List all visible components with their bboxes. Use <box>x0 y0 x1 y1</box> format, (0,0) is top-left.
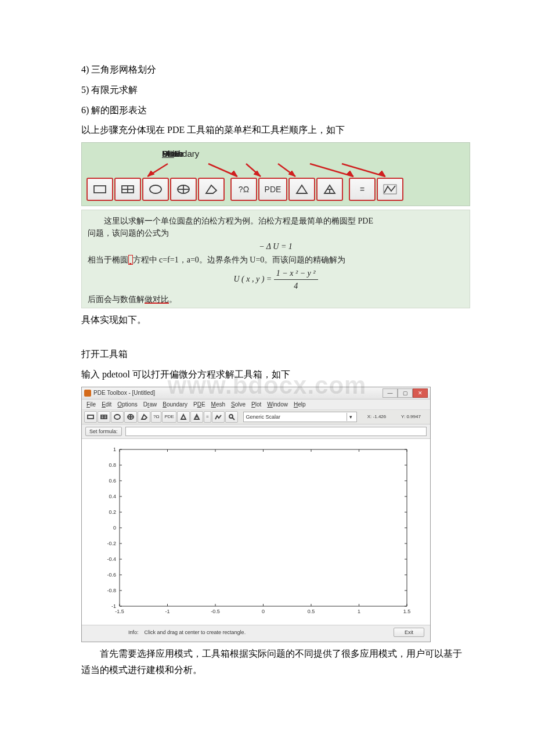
tb-plot-icon[interactable] <box>212 411 225 423</box>
tb-ellipse-icon[interactable] <box>111 411 124 423</box>
svg-point-16 <box>150 185 161 193</box>
svg-marker-35 <box>181 415 186 419</box>
svg-text:1: 1 <box>113 447 116 452</box>
status-bar: Info: Click and drag at center to create… <box>82 625 430 642</box>
tb-mesh-icon[interactable] <box>177 411 190 423</box>
heading-open-toolbox: 打开工具箱 <box>81 346 470 363</box>
menu-file[interactable]: File <box>86 401 96 408</box>
menu-plot[interactable]: Plot <box>251 401 261 408</box>
svg-point-30 <box>114 415 120 419</box>
menu-edit[interactable]: Edit <box>102 401 111 408</box>
paragraph-impl: 具体实现如下。 <box>81 312 470 329</box>
app-icon <box>84 390 91 397</box>
menu-boundary[interactable]: Boundary <box>163 401 187 408</box>
info-text: Click and drag at center to create recta… <box>145 629 246 635</box>
menu-window[interactable]: Window <box>267 401 288 408</box>
svg-marker-11 <box>378 171 385 177</box>
paragraph-pdetool: 输入 pdetool 可以打开偏微分方程求解工具箱，如下 <box>81 366 470 383</box>
window-toolbar: ?Ω PDE = Generic Scalar ▾ X: -1.426 Y: 0… <box>82 410 430 424</box>
svg-text:0.4: 0.4 <box>109 494 116 499</box>
svg-marker-9 <box>347 171 353 177</box>
polygon-tool-icon[interactable] <box>198 178 225 201</box>
ellipse-tool-icon[interactable] <box>142 178 169 201</box>
refine-mesh-icon[interactable] <box>316 178 343 201</box>
fig1-menu-row: DDrawraw Boundary PDE Mesh Solve Plot <box>162 149 465 165</box>
equation-exact-solution: U ( x , y ) = 1 − x ² − y ²4 <box>88 267 464 292</box>
svg-text:0.5: 0.5 <box>308 609 315 614</box>
plot-axes[interactable]: -1.5-1-0.500.511.5-1-0.8-0.6-0.4-0.200.2… <box>82 439 430 625</box>
menu-options[interactable]: Options <box>117 401 137 408</box>
close-button[interactable]: ✕ <box>413 388 428 398</box>
rect-center-tool-icon[interactable] <box>114 178 141 201</box>
svg-line-39 <box>232 417 234 420</box>
application-mode-select[interactable]: Generic Scalar ▾ <box>243 412 357 422</box>
tb-rect-center-icon[interactable] <box>98 411 110 423</box>
svg-text:0.2: 0.2 <box>109 509 116 515</box>
figure-toolbar-annotated: DDrawraw Boundary PDE Mesh Solve Plot ?Ω… <box>81 142 470 206</box>
menu-pde[interactable]: PDE <box>193 401 205 408</box>
tb-polygon-icon[interactable] <box>138 411 150 423</box>
svg-text:0: 0 <box>262 609 265 614</box>
tb-boundary-button[interactable]: ?Ω <box>151 411 161 423</box>
fig1-toolbar: ?Ω PDE = <box>86 178 465 201</box>
minimize-button[interactable]: — <box>383 388 398 398</box>
rect-tool-icon[interactable] <box>86 178 113 201</box>
svg-marker-3 <box>230 171 237 177</box>
svg-marker-20 <box>206 185 217 193</box>
svg-text:-1: -1 <box>165 609 169 614</box>
svg-text:-0.6: -0.6 <box>107 572 116 578</box>
svg-text:-0.5: -0.5 <box>211 609 220 614</box>
svg-text:0.8: 0.8 <box>109 462 116 468</box>
window-titlebar[interactable]: PDE Toolbox - [Untitled] — ▢ ✕ <box>82 387 430 399</box>
paragraph-mode-select: 首先需要选择应用模式，工具箱根据实际问题的不同提供了很多应用模式，用户可以基于适… <box>81 646 470 679</box>
tb-refine-icon[interactable] <box>190 411 203 423</box>
window-title: PDE Toolbox - [Untitled] <box>93 390 155 396</box>
mesh-tool-icon[interactable] <box>288 178 315 201</box>
paragraph-6: 6) 解的图形表达 <box>81 102 470 119</box>
pde-tool-button[interactable]: PDE <box>258 178 287 201</box>
solve-tool-button[interactable]: = <box>349 178 376 201</box>
tb-zoom-icon[interactable] <box>225 411 238 423</box>
set-formula-button[interactable]: Set formula: <box>85 427 122 436</box>
pde-toolbox-window: PDE Toolbox - [Untitled] — ▢ ✕ File Edit… <box>81 387 431 642</box>
chevron-down-icon: ▾ <box>347 413 354 421</box>
tb-pde-button[interactable]: PDE <box>162 411 176 423</box>
info-label: Info: <box>128 629 139 635</box>
svg-text:-1: -1 <box>111 603 116 609</box>
coord-y-label: Y: 0.9947 <box>394 414 428 419</box>
equation-laplace: − Δ U = 1 <box>88 240 464 253</box>
svg-text:-0.8: -0.8 <box>107 588 116 593</box>
svg-text:0.6: 0.6 <box>109 478 116 484</box>
ellipse-center-tool-icon[interactable] <box>170 178 197 201</box>
formula-input[interactable] <box>125 427 427 436</box>
paragraph-4: 4) 三角形网格划分 <box>81 62 470 78</box>
menu-mesh[interactable]: Mesh <box>211 401 225 408</box>
tb-ellipse-center-icon[interactable] <box>124 411 137 423</box>
plot-tool-icon[interactable] <box>377 178 403 201</box>
svg-text:-0.2: -0.2 <box>107 541 116 546</box>
window-menubar: File Edit Options Draw Boundary PDE Mesh… <box>82 399 430 410</box>
menu-solve[interactable]: Solve <box>231 401 246 408</box>
svg-text:0: 0 <box>113 525 116 531</box>
exit-button[interactable]: Exit <box>394 628 424 637</box>
svg-text:-0.4: -0.4 <box>107 556 116 562</box>
figure-poisson-explanation: 这里以求解一个单位圆盘的泊松方程为例。泊松方程是最简单的椭圆型 PDE 问题，该… <box>81 210 470 308</box>
coord-x-label: X: -1.426 <box>360 414 394 419</box>
menu-help[interactable]: Help <box>294 401 306 408</box>
svg-marker-1 <box>147 171 154 177</box>
svg-rect-26 <box>88 415 93 419</box>
svg-rect-12 <box>94 186 106 193</box>
tb-rect-icon[interactable] <box>84 411 97 423</box>
maximize-button[interactable]: ▢ <box>398 388 413 398</box>
svg-text:1.5: 1.5 <box>403 609 411 614</box>
menu-draw[interactable]: Draw <box>143 401 157 408</box>
boundary-tool-button[interactable]: ?Ω <box>230 178 257 201</box>
svg-marker-21 <box>297 185 307 193</box>
svg-marker-34 <box>142 415 147 419</box>
paragraph-5: 5) 有限元求解 <box>81 82 470 99</box>
svg-text:1: 1 <box>358 609 360 614</box>
tb-solve-button[interactable]: = <box>204 411 211 423</box>
svg-text:-1.5: -1.5 <box>115 609 124 614</box>
paragraph-intro: 以上步骤充分体现在 PDE 工具箱的菜单栏和工具栏顺序上，如下 <box>81 122 470 139</box>
set-formula-row: Set formula: <box>82 424 430 439</box>
